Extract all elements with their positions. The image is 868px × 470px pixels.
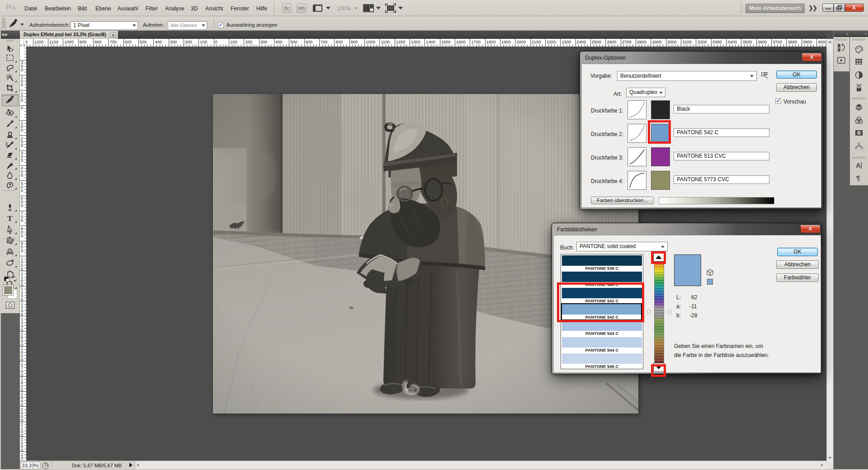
svg-text:3000: 3000 — [667, 39, 677, 44]
svg-text:1200: 1200 — [34, 39, 44, 44]
svg-text:600: 600 — [306, 39, 313, 44]
svg-text:0: 0 — [215, 39, 217, 44]
svg-text:1300: 1300 — [411, 39, 420, 44]
svg-text:1800: 1800 — [486, 39, 496, 44]
svg-text:0: 0 — [21, 105, 23, 110]
svg-text:3900: 3900 — [803, 39, 812, 44]
svg-text:800: 800 — [335, 39, 343, 44]
svg-text:3200: 3200 — [697, 39, 707, 44]
svg-text:400: 400 — [275, 39, 283, 44]
svg-text:2800: 2800 — [637, 39, 646, 44]
svg-text:A: A — [856, 161, 861, 169]
svg-text:0: 0 — [21, 98, 23, 103]
svg-text:0: 0 — [21, 233, 23, 238]
svg-text:T: T — [7, 214, 13, 223]
svg-text:0: 0 — [21, 173, 23, 178]
svg-text:2300: 2300 — [561, 39, 571, 44]
svg-text:900: 900 — [80, 39, 87, 44]
svg-text:700: 700 — [109, 39, 117, 44]
svg-text:100: 100 — [230, 39, 237, 44]
svg-text:3800: 3800 — [788, 39, 797, 44]
svg-text:3400: 3400 — [727, 39, 737, 44]
svg-text:2200: 2200 — [547, 39, 556, 44]
svg-text:0: 0 — [21, 67, 23, 72]
svg-text:0: 0 — [21, 203, 23, 208]
svg-text:0: 0 — [21, 127, 23, 132]
svg-text:3600: 3600 — [758, 39, 767, 44]
svg-text:500: 500 — [290, 39, 297, 44]
svg-text:300: 300 — [260, 39, 268, 44]
svg-text:¶: ¶ — [856, 174, 860, 182]
svg-text:1200: 1200 — [396, 39, 406, 44]
svg-text:1000: 1000 — [64, 39, 74, 44]
svg-text:1000: 1000 — [366, 39, 375, 44]
svg-text:2900: 2900 — [652, 39, 661, 44]
svg-text:0: 0 — [21, 218, 23, 223]
svg-text:3500: 3500 — [742, 39, 752, 44]
svg-text:0: 0 — [25, 39, 28, 44]
svg-text:0: 0 — [21, 248, 23, 253]
svg-text:2000: 2000 — [516, 39, 526, 44]
svg-text:3700: 3700 — [773, 39, 782, 44]
svg-text:0: 0 — [21, 143, 23, 148]
svg-text:500: 500 — [140, 39, 147, 44]
svg-text:2400: 2400 — [577, 39, 586, 44]
svg-text:2700: 2700 — [622, 39, 632, 44]
svg-text:1700: 1700 — [471, 39, 481, 44]
svg-text:1100: 1100 — [381, 39, 390, 44]
svg-text:1400: 1400 — [426, 39, 435, 44]
svg-text:400: 400 — [155, 39, 162, 44]
svg-text:4000: 4000 — [818, 39, 826, 44]
svg-text:700: 700 — [321, 39, 328, 44]
svg-text:1100: 1100 — [49, 39, 58, 44]
svg-text:200: 200 — [245, 39, 252, 44]
svg-text:1900: 1900 — [501, 39, 511, 44]
svg-text:200: 200 — [185, 39, 192, 44]
svg-text:100: 100 — [200, 39, 207, 44]
svg-text:1500: 1500 — [441, 39, 451, 44]
svg-text:300: 300 — [170, 39, 177, 44]
svg-text:900: 900 — [351, 39, 358, 44]
svg-text:2600: 2600 — [607, 39, 616, 44]
svg-text:800: 800 — [94, 39, 102, 44]
svg-text:0: 0 — [21, 82, 23, 87]
svg-text:3300: 3300 — [712, 39, 722, 44]
svg-text:2500: 2500 — [592, 39, 601, 44]
svg-text:0: 0 — [21, 188, 23, 193]
svg-text:600: 600 — [125, 39, 132, 44]
svg-text:3100: 3100 — [682, 39, 692, 44]
svg-text:1600: 1600 — [456, 39, 466, 44]
svg-text:0: 0 — [21, 158, 23, 163]
svg-text:2100: 2100 — [532, 39, 541, 44]
